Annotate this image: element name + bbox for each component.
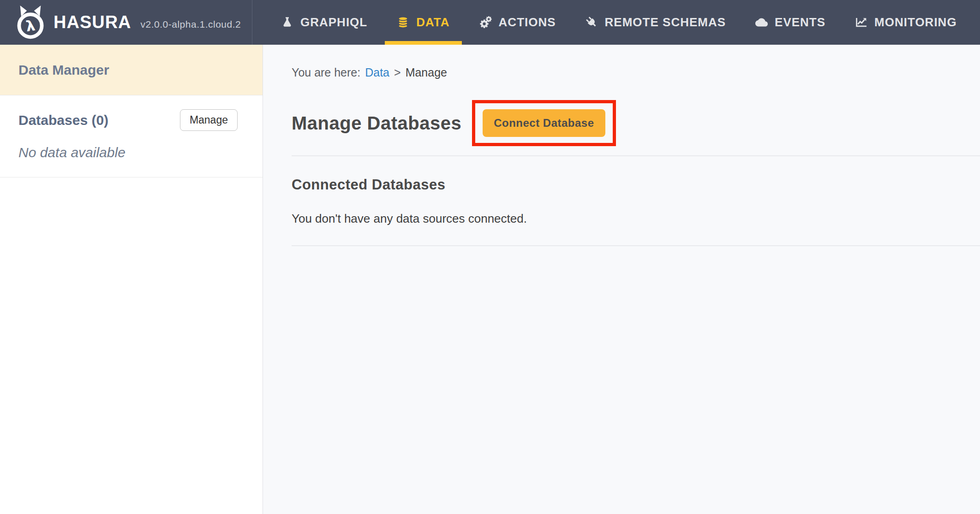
nav-item-graphiql[interactable]: GRAPHIQL xyxy=(269,0,379,45)
sidebar-databases-section: Databases (0) Manage No data available xyxy=(0,95,263,177)
nav-item-label: DATA xyxy=(416,15,449,30)
title-row: Manage Databases Connect Database xyxy=(292,100,980,146)
nav-item-label: GRAPHIQL xyxy=(300,15,367,30)
version-label: v2.0.0-alpha.1.cloud.2 xyxy=(141,19,241,30)
sidebar-header-label: Data Manager xyxy=(18,62,109,78)
hasura-logo-icon: λ xyxy=(14,5,47,40)
flask-icon xyxy=(281,16,293,29)
sidebar-item-data-manager[interactable]: Data Manager xyxy=(0,45,263,95)
line-chart-icon xyxy=(855,16,867,29)
hasura-brand[interactable]: λ HASURA v2.0.0-alpha.1.cloud.2 xyxy=(0,0,252,45)
breadcrumb-separator: > xyxy=(394,66,401,79)
no-data-label: No data available xyxy=(18,145,238,160)
nav-item-actions[interactable]: ACTIONS xyxy=(467,0,568,45)
nav-item-monitoring[interactable]: MONITORING xyxy=(843,0,969,45)
breadcrumb: You are here:Data>Manage xyxy=(292,66,980,79)
nav-item-label: REMOTE SCHEMAS xyxy=(605,15,726,30)
breadcrumb-link-data[interactable]: Data xyxy=(365,66,389,79)
databases-count-label: Databases (0) xyxy=(18,112,108,128)
nav-menu: GRAPHIQL DATA ACTIONS xyxy=(252,0,972,45)
brand-name: HASURA xyxy=(54,12,131,32)
top-navbar: λ HASURA v2.0.0-alpha.1.cloud.2 GRAPHIQL… xyxy=(0,0,980,45)
cloud-icon xyxy=(755,16,768,29)
nav-item-label: MONITORING xyxy=(874,15,957,30)
page-title: Manage Databases xyxy=(292,113,461,134)
database-icon xyxy=(397,16,409,29)
connected-databases-title: Connected Databases xyxy=(292,177,980,193)
divider xyxy=(292,245,980,246)
nav-item-events[interactable]: EVENTS xyxy=(743,0,837,45)
plug-icon xyxy=(586,16,598,29)
main-content: You are here:Data>Manage Manage Database… xyxy=(263,45,980,514)
breadcrumb-prefix: You are here: xyxy=(292,66,360,79)
cogs-icon xyxy=(479,16,492,29)
nav-item-label: EVENTS xyxy=(775,15,825,30)
connected-databases-empty-message: You don't have any data sources connecte… xyxy=(292,212,980,226)
connect-database-button[interactable]: Connect Database xyxy=(483,109,605,137)
nav-item-remote-schemas[interactable]: REMOTE SCHEMAS xyxy=(574,0,738,45)
svg-text:λ: λ xyxy=(25,17,36,34)
manage-button[interactable]: Manage xyxy=(180,109,238,131)
annotation-highlight-box: Connect Database xyxy=(472,100,615,146)
data-sidebar: Data Manager Databases (0) Manage No dat… xyxy=(0,45,263,514)
nav-item-data[interactable]: DATA xyxy=(385,0,461,45)
divider xyxy=(292,155,980,156)
nav-item-label: ACTIONS xyxy=(499,15,556,30)
breadcrumb-current: Manage xyxy=(406,66,447,79)
